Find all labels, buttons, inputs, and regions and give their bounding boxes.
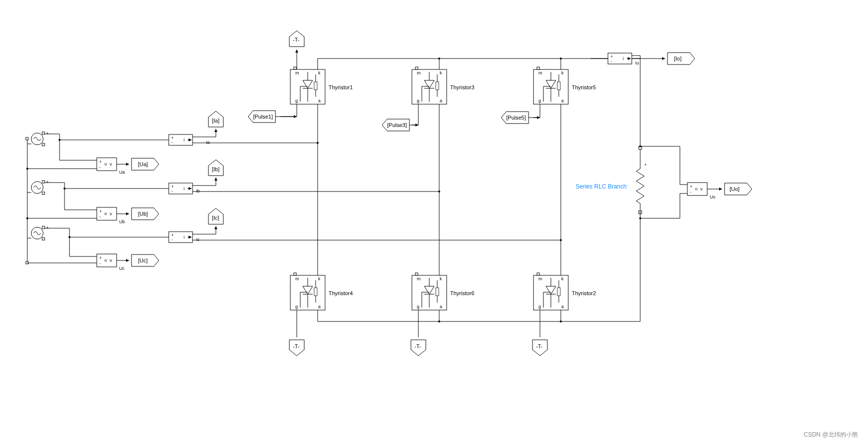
pulse3-tag: [Pulse3] — [387, 122, 407, 128]
t1-term: -T- — [293, 37, 300, 43]
svg-point-37 — [438, 320, 440, 322]
ib-sig: Ib — [196, 189, 200, 193]
t4-term: -T- — [293, 343, 300, 349]
svg-rect-28 — [294, 67, 296, 69]
ub-tag: [Ub] — [138, 211, 148, 217]
uo-label: Uo — [710, 194, 716, 199]
t2-term: -T- — [536, 343, 543, 349]
svg-text:+: + — [644, 162, 647, 167]
ia-sig: Ia — [206, 140, 210, 145]
current-sensor-ic[interactable] — [169, 232, 193, 243]
voltage-sensor-uo[interactable] — [687, 183, 707, 195]
thyristor1-block[interactable] — [290, 69, 325, 104]
uo-tag: [Uo] — [730, 186, 739, 192]
thyristor3-block[interactable] — [412, 69, 447, 104]
thyristor5-label: Thyristor5 — [572, 84, 596, 90]
svg-rect-35 — [415, 273, 418, 275]
ia-tag: [Ia] — [212, 118, 219, 124]
svg-rect-30 — [537, 67, 539, 69]
io-sig: Io — [635, 61, 639, 65]
svg-rect-29 — [415, 67, 418, 69]
ua-tag: [Ua] — [138, 161, 148, 167]
thyristor4-block[interactable] — [290, 275, 325, 310]
ac-source-a[interactable] — [31, 131, 49, 146]
svg-point-27 — [560, 58, 562, 60]
watermark: CSDN @北纬的小熊 — [803, 431, 858, 439]
voltage-sensor-ua[interactable] — [97, 158, 117, 171]
ac-source-c[interactable] — [31, 225, 49, 240]
svg-point-43 — [639, 145, 641, 147]
pulse1-tag: [Pulse1] — [253, 114, 273, 120]
thyristor6-block[interactable] — [412, 275, 447, 310]
thyristor1-label: Thyristor1 — [329, 84, 353, 90]
svg-point-26 — [438, 58, 440, 60]
svg-point-38 — [560, 320, 562, 322]
svg-rect-19 — [26, 137, 28, 140]
thyristor2-label: Thyristor2 — [572, 290, 596, 296]
current-sensor-ib[interactable] — [169, 183, 193, 194]
thyristor5-block[interactable] — [534, 69, 568, 104]
thyristor2-block[interactable] — [534, 275, 568, 310]
current-sensor-ia[interactable] — [169, 134, 193, 145]
ub-label: Ub — [119, 219, 125, 224]
svg-point-24 — [26, 168, 28, 170]
uc-tag: [Uc] — [138, 257, 148, 263]
uc-label: Uc — [119, 266, 125, 271]
svg-rect-36 — [537, 273, 539, 275]
ic-tag: [Ic] — [212, 215, 219, 221]
pulse5-tag: [Pulse5] — [506, 115, 526, 121]
thyristor3-label: Thyristor3 — [450, 84, 474, 90]
voltage-sensor-uc[interactable] — [97, 254, 117, 267]
rlc-label: Series RLC Branch — [576, 183, 627, 190]
ib-tag: [Ib] — [212, 166, 219, 172]
series-rlc-branch[interactable] — [636, 164, 644, 208]
ac-source-b[interactable] — [31, 180, 49, 194]
thyristor6-label: Thyristor6 — [450, 290, 474, 296]
voltage-sensor-ub[interactable] — [97, 207, 117, 220]
ic-sig: Ic — [196, 237, 200, 242]
svg-point-25 — [26, 217, 28, 219]
current-sensor-io[interactable] — [608, 53, 632, 64]
ua-label: Ua — [119, 170, 125, 175]
io-tag: [Io] — [674, 56, 681, 62]
simulink-diagram: m k g a + + - i + - v — [0, 0, 868, 444]
svg-point-44 — [639, 217, 641, 219]
svg-rect-34 — [294, 273, 296, 275]
thyristor4-label: Thyristor4 — [329, 290, 353, 296]
t6-term: -T- — [414, 343, 421, 349]
